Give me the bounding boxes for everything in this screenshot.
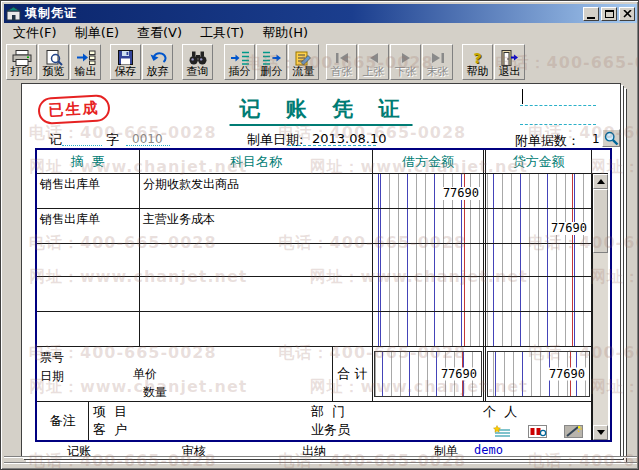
scrollbar-thumb[interactable] — [593, 189, 608, 253]
row3-summary-cell[interactable] — [37, 244, 140, 277]
row2-credit-cell[interactable]: 77690 — [483, 209, 592, 244]
row5-summary-cell[interactable] — [37, 312, 140, 347]
magic-wand-icon — [564, 425, 583, 438]
menu-tools[interactable]: 工具(T) — [191, 23, 253, 43]
total-credit-amount: 77690 — [548, 368, 586, 381]
voucher-word-right: 字 — [106, 131, 119, 149]
voucher-number[interactable]: 0010 — [132, 132, 163, 146]
menu-voucher[interactable]: 制单(E) — [66, 23, 128, 43]
abandon-button[interactable]: 放弃 — [142, 44, 173, 80]
craft-field-line-2[interactable] — [520, 124, 596, 125]
scroll-up-button[interactable] — [593, 174, 608, 189]
help-button[interactable]: ? 帮助 — [462, 44, 493, 80]
maximize-icon — [605, 10, 614, 18]
quantity-label: 数量 — [143, 384, 167, 401]
menu-file[interactable]: 文件(F) — [4, 23, 66, 43]
toolbar: 打印 预览 输出 保存 放弃 查询 — [4, 42, 637, 82]
toolbar-button-label: 查询 — [187, 66, 209, 78]
row1-account-cell[interactable]: 分期收款发出商品 — [140, 174, 373, 209]
convert-lines-button[interactable] — [492, 424, 511, 438]
minimize-button[interactable] — [583, 7, 599, 21]
totals-left-cell: 票号 日期 单价 数量 合 计 — [37, 347, 373, 402]
row4-summary-cell[interactable] — [37, 277, 140, 312]
close-button[interactable] — [619, 7, 635, 21]
department-label[interactable]: 部 门 — [311, 403, 345, 421]
remark-body: 项 目 客 户 部 门 业务员 个 人 — [89, 402, 591, 440]
salesman-label[interactable]: 业务员 — [311, 421, 350, 439]
menu-help[interactable]: 帮助(H) — [253, 23, 317, 43]
prepare-date-value[interactable]: 2013.08.10 — [312, 131, 386, 146]
total-debit-cell: 77690 — [373, 347, 483, 402]
text-cursor — [522, 89, 523, 104]
person-label[interactable]: 个 人 — [483, 403, 517, 421]
voucher-title: 记 账 凭 证 — [230, 95, 413, 126]
row3-debit-cell[interactable] — [373, 244, 483, 277]
prev-voucher-button[interactable]: 上张 — [358, 44, 389, 80]
delete-line-button[interactable]: 删分 — [256, 44, 287, 80]
row2-summary-cell[interactable]: 销售出库单 — [37, 209, 140, 244]
exit-button[interactable]: 退出 — [494, 44, 525, 80]
toolbar-button-label: 上张 — [363, 66, 385, 78]
row2-account-cell[interactable]: 主营业务成本 — [140, 209, 373, 244]
attachment-count-value[interactable]: 1 — [592, 132, 600, 146]
print-preview-icon — [45, 49, 63, 66]
scroll-down-button[interactable] — [593, 425, 608, 440]
toolbar-group-exit: ? 帮助 退出 — [462, 44, 526, 80]
cash-flow-icon — [295, 49, 312, 66]
toolbar-button-label: 删分 — [261, 66, 283, 78]
toolbar-button-label: 首张 — [331, 66, 353, 78]
export-icon — [76, 49, 96, 66]
row5-account-cell[interactable] — [140, 312, 373, 347]
remark-row: 备注 项 目 客 户 部 门 业务员 个 人 — [37, 402, 592, 440]
attachment-magnifier-button[interactable] — [602, 129, 620, 147]
last-voucher-button[interactable]: 末张 — [422, 44, 453, 80]
row1-summary-cell[interactable]: 销售出库单 — [37, 174, 140, 209]
total-debit-box: 77690 — [374, 351, 482, 397]
total-credit-cell: 77690 — [483, 347, 592, 402]
row1-credit-cell[interactable] — [483, 174, 592, 209]
craft-field-line-1[interactable] — [520, 105, 596, 106]
last-page-icon — [431, 49, 445, 66]
voucher-word-underline — [62, 145, 102, 146]
totals-info: 票号 日期 单价 数量 — [37, 347, 332, 401]
voucher-word-left[interactable]: 记 — [49, 131, 62, 149]
printer-icon — [12, 49, 32, 66]
cash-flow-button[interactable]: 流量 — [288, 44, 319, 80]
project-label[interactable]: 项 目 — [93, 403, 127, 421]
row5-debit-cell[interactable] — [373, 312, 483, 347]
query-button[interactable]: 查询 — [182, 44, 213, 80]
row3-credit-cell[interactable] — [483, 244, 592, 277]
lines-star-icon — [492, 425, 511, 438]
row5-credit-cell[interactable] — [483, 312, 592, 347]
prepare-date-underline — [288, 145, 376, 146]
binoculars-icon — [189, 49, 207, 66]
row1-debit-cell[interactable]: 77690 — [373, 174, 483, 209]
row3-account-cell[interactable] — [140, 244, 373, 277]
customer-label[interactable]: 客 户 — [93, 421, 127, 439]
print-button[interactable]: 打印 — [6, 44, 37, 80]
help-question-icon: ? — [473, 49, 481, 66]
preview-button[interactable]: 预览 — [38, 44, 69, 80]
export-button[interactable]: 输出 — [70, 44, 101, 80]
wand-button[interactable] — [564, 424, 583, 438]
maximize-button[interactable] — [601, 7, 617, 21]
toolbar-button-label: 放弃 — [147, 66, 169, 78]
header-filler — [592, 150, 608, 174]
row4-credit-cell[interactable] — [483, 277, 592, 312]
first-voucher-button[interactable]: 首张 — [326, 44, 357, 80]
row4-account-cell[interactable] — [140, 277, 373, 312]
credit-amount: 77690 — [550, 222, 588, 235]
vertical-scrollbar[interactable] — [592, 174, 608, 440]
magnifier-icon — [604, 131, 619, 146]
row4-debit-cell[interactable] — [373, 277, 483, 312]
save-button[interactable]: 保存 — [110, 44, 141, 80]
menu-view[interactable]: 查看(V) — [128, 23, 191, 43]
header-account: 科目名称 — [140, 150, 373, 174]
row2-debit-cell[interactable] — [373, 209, 483, 244]
undo-icon — [149, 49, 167, 66]
insert-line-button[interactable]: 插分 — [224, 44, 255, 80]
next-voucher-button[interactable]: 下张 — [390, 44, 421, 80]
total-label: 合 计 — [332, 347, 372, 401]
toolbar-button-label: 流量 — [293, 66, 315, 78]
check-document-button[interactable] — [528, 424, 547, 438]
